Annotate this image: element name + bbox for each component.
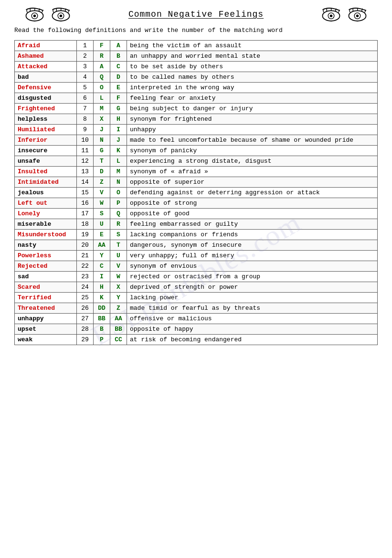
word-cell: Left out <box>15 198 77 208</box>
definition-cell: lacking power <box>127 292 378 303</box>
table-row: jealous 15 V O defending against or dete… <box>15 187 378 198</box>
letter1-cell: Y <box>94 250 110 261</box>
word-cell: bad <box>15 72 77 82</box>
letter1-cell: E <box>94 229 110 240</box>
word-cell: jealous <box>15 187 77 198</box>
word-cell: nasty <box>15 240 77 250</box>
letter2-cell: I <box>110 124 127 135</box>
word-cell: upset <box>15 324 77 334</box>
definition-cell: to be called names by others <box>127 72 378 82</box>
letter2-cell: Y <box>110 292 127 303</box>
table-row: Inferior 10 N J made to feel uncomfortab… <box>15 135 378 145</box>
letter2-cell: C <box>110 61 127 72</box>
letter1-cell: V <box>94 187 110 198</box>
word-cell: Attacked <box>15 61 77 72</box>
number-cell: 20 <box>77 240 94 250</box>
number-cell: 10 <box>77 135 94 145</box>
table-row: Humiliated 9 J I unhappy <box>15 124 378 135</box>
table-row: Afraid 1 F A being the victim of an assa… <box>15 40 378 51</box>
svg-point-2 <box>33 14 36 17</box>
number-cell: 16 <box>77 198 94 208</box>
letter2-cell: T <box>110 240 127 250</box>
page-title: Common Negative Feelings <box>128 10 264 19</box>
number-cell: 21 <box>77 250 94 261</box>
definition-cell: feeling embarrassed or guilty <box>127 219 378 229</box>
svg-point-8 <box>330 14 332 17</box>
word-cell: Humiliated <box>15 124 77 135</box>
letter1-cell: J <box>94 124 110 135</box>
letter1-cell: K <box>94 292 110 303</box>
definition-cell: being the victim of an assault <box>127 40 378 51</box>
letter1-cell: Z <box>94 177 110 187</box>
number-cell: 8 <box>77 114 94 124</box>
letter2-cell: X <box>110 282 127 292</box>
page-header: Common Negative Feelings <box>14 10 378 19</box>
word-cell: weak <box>15 334 77 345</box>
table-row: insecure 11 G K synonym of panicky <box>15 145 378 156</box>
definition-cell: rejected or ostracised from a group <box>127 271 378 282</box>
letter1-cell: O <box>94 82 110 93</box>
letter2-cell: E <box>110 82 127 93</box>
definition-cell: deprived of strength or power <box>127 282 378 292</box>
number-cell: 9 <box>77 124 94 135</box>
letter2-cell: BB <box>110 324 127 334</box>
word-cell: Powerless <box>15 250 77 261</box>
letter1-cell: X <box>94 114 110 124</box>
left-eyes <box>24 6 72 23</box>
definition-cell: synonym of panicky <box>127 145 378 156</box>
letter2-cell: B <box>110 51 127 61</box>
table-row: Insulted 13 D M synonym of « afraid » <box>15 166 378 177</box>
letter2-cell: A <box>110 40 127 51</box>
number-cell: 12 <box>77 156 94 166</box>
letter2-cell: L <box>110 156 127 166</box>
table-row: Ashamed 2 R B an unhappy and worried men… <box>15 51 378 61</box>
table-row: Intimidated 14 Z N opposite of superior <box>15 177 378 187</box>
number-cell: 5 <box>77 82 94 93</box>
table-row: Defensive 5 O E interpreted in the wrong… <box>15 82 378 93</box>
instructions-text: Read the following definitions and write… <box>14 26 378 35</box>
letter1-cell: P <box>94 334 110 345</box>
number-cell: 17 <box>77 208 94 219</box>
word-cell: Lonely <box>15 208 77 219</box>
number-cell: 11 <box>77 145 94 156</box>
letter2-cell: W <box>110 271 127 282</box>
definition-cell: at risk of becoming endangered <box>127 334 378 345</box>
table-row: upset 28 B BB opposite of happy <box>15 324 378 334</box>
number-cell: 6 <box>77 93 94 103</box>
definition-cell: offensive or malicious <box>127 313 378 324</box>
number-cell: 15 <box>77 187 94 198</box>
definition-cell: interpreted in the wrong way <box>127 82 378 93</box>
letter1-cell: H <box>94 282 110 292</box>
definition-cell: made to feel uncomfortable because of sh… <box>127 135 378 145</box>
number-cell: 28 <box>77 324 94 334</box>
right-eye-2 <box>347 6 368 23</box>
right-eye-1 <box>320 6 342 23</box>
definition-cell: an unhappy and worried mental state <box>127 51 378 61</box>
number-cell: 27 <box>77 313 94 324</box>
definition-cell: synonym of « afraid » <box>127 166 378 177</box>
letter2-cell: Q <box>110 208 127 219</box>
table-row: Rejected 22 C V synonym of envious <box>15 261 378 271</box>
letter2-cell: V <box>110 261 127 271</box>
table-row: bad 4 Q D to be called names by others <box>15 72 378 82</box>
number-cell: 3 <box>77 61 94 72</box>
table-row: Attacked 3 A C to be set aside by others <box>15 61 378 72</box>
letter1-cell: AA <box>94 240 110 250</box>
number-cell: 22 <box>77 261 94 271</box>
letter1-cell: DD <box>94 303 110 313</box>
word-cell: insecure <box>15 145 77 156</box>
table-row: Threatened 26 DD Z made timid or fearful… <box>15 303 378 313</box>
letter2-cell: K <box>110 145 127 156</box>
letter1-cell: A <box>94 61 110 72</box>
word-cell: Frightened <box>15 103 77 114</box>
letter1-cell: G <box>94 145 110 156</box>
definition-cell: unhappy <box>127 124 378 135</box>
word-cell: Defensive <box>15 82 77 93</box>
letter1-cell: U <box>94 219 110 229</box>
number-cell: 2 <box>77 51 94 61</box>
word-cell: sad <box>15 271 77 282</box>
letter1-cell: F <box>94 40 110 51</box>
letter1-cell: I <box>94 271 110 282</box>
number-cell: 13 <box>77 166 94 177</box>
word-cell: helpless <box>15 114 77 124</box>
